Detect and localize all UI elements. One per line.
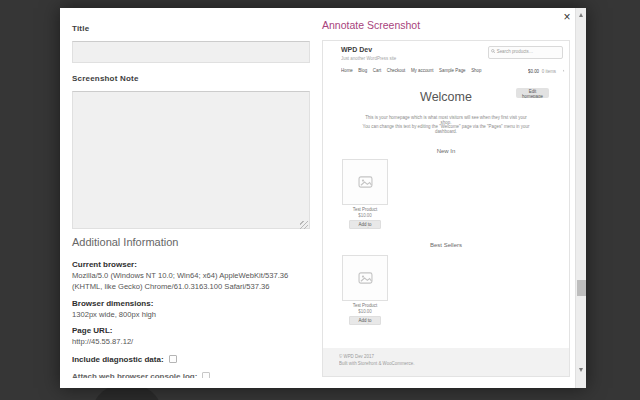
page-url-label: Page URL: xyxy=(72,326,112,335)
preview-nav-cart: Cart xyxy=(373,68,381,73)
close-icon[interactable]: × xyxy=(560,10,574,24)
preview-search-box: Search products… xyxy=(488,46,563,59)
console-log-label: Attach web browser console log: xyxy=(72,372,197,378)
preview-welcome-line2: You can change this text by editing the … xyxy=(360,124,532,134)
annotate-screenshot-link[interactable]: Annotate Screenshot xyxy=(322,19,420,31)
preview-footer: © WPD Dev 2017 Built with Storefront & W… xyxy=(323,348,569,377)
additional-information-section: Additional Information Current browser: … xyxy=(72,236,318,388)
preview-nav-my-account: My account xyxy=(411,68,434,73)
preview-nav-blog: Blog xyxy=(358,68,367,73)
browser-dimensions-value: 1302px wide, 800px high xyxy=(72,310,316,321)
preview-product-price: $10.00 xyxy=(349,213,381,218)
preview-nav-shop: Shop xyxy=(471,68,481,73)
diagnostic-data-row: Include diagnostic data: xyxy=(72,355,177,364)
resize-handle-icon[interactable] xyxy=(300,221,308,229)
screenshot-note-input[interactable] xyxy=(72,91,310,229)
additional-information-heading: Additional Information xyxy=(72,236,178,248)
preview-product-card xyxy=(342,255,388,301)
diagnostic-data-label: Include diagnostic data: xyxy=(72,355,164,364)
screenshot-preview-canvas[interactable]: WPD Dev Just another WordPress site Sear… xyxy=(322,40,570,377)
preview-nav-home: Home xyxy=(341,68,353,73)
preview-search-placeholder: Search products… xyxy=(497,48,534,53)
search-icon xyxy=(491,49,495,53)
title-input[interactable] xyxy=(72,41,310,63)
feedback-dialog: Title Screenshot Note Additional Informa… xyxy=(60,8,586,388)
browser-dimensions-label: Browser dimensions: xyxy=(72,299,153,308)
cart-icon xyxy=(563,68,564,74)
preview-nav-sample-page: Sample Page xyxy=(439,68,465,73)
preview-section-new-in-heading: New In xyxy=(323,148,569,154)
preview-welcome-heading: Welcome xyxy=(323,90,569,104)
scroll-up-icon[interactable] xyxy=(579,13,583,17)
preview-footer-credit: Built with Storefront & WooCommerce. xyxy=(339,361,414,366)
current-browser-value: Mozilla/5.0 (Windows NT 10.0; Win64; x64… xyxy=(72,271,316,292)
console-log-row: Attach web browser console log: xyxy=(72,372,210,378)
preview-add-to-cart-label: Add to cart xyxy=(355,318,376,325)
preview-product-price: $10.00 xyxy=(349,309,381,314)
scrollbar-thumb[interactable] xyxy=(577,280,586,296)
preview-site-title: WPD Dev xyxy=(341,46,372,53)
image-placeholder-icon xyxy=(358,272,373,284)
preview-cart-count: 0 items xyxy=(542,68,556,73)
preview-product-name: Test Product xyxy=(349,207,381,212)
preview-footer-copyright: © WPD Dev 2017 xyxy=(339,354,374,359)
current-browser-label: Current browser: xyxy=(72,260,137,269)
preview-cart-total: $0.00 xyxy=(528,68,539,73)
preview-nav-menu: Home Blog Cart Checkout My account Sampl… xyxy=(341,68,481,73)
preview-cart-summary: $0.00 0 items xyxy=(528,68,564,74)
preview-section-best-sellers-heading: Best Sellers xyxy=(323,242,569,248)
title-label: Title xyxy=(72,24,89,33)
preview-add-to-cart-button: Add to cart xyxy=(349,316,381,325)
preview-site-tagline: Just another WordPress site xyxy=(341,56,396,61)
console-log-checkbox[interactable] xyxy=(202,372,210,378)
preview-add-to-cart-button: Add to cart xyxy=(349,220,381,229)
preview-product-card xyxy=(342,159,388,205)
page-url-value: http://45.55.87.12/ xyxy=(72,337,316,348)
preview-product-name: Test Product xyxy=(349,303,381,308)
image-placeholder-icon xyxy=(358,176,373,188)
preview-add-to-cart-label: Add to cart xyxy=(355,222,376,229)
diagnostic-data-checkbox[interactable] xyxy=(169,355,177,363)
preview-nav-checkout: Checkout xyxy=(387,68,406,73)
dialog-scrollbar[interactable] xyxy=(575,8,586,388)
scroll-down-icon[interactable] xyxy=(579,368,583,372)
note-label: Screenshot Note xyxy=(72,74,139,83)
